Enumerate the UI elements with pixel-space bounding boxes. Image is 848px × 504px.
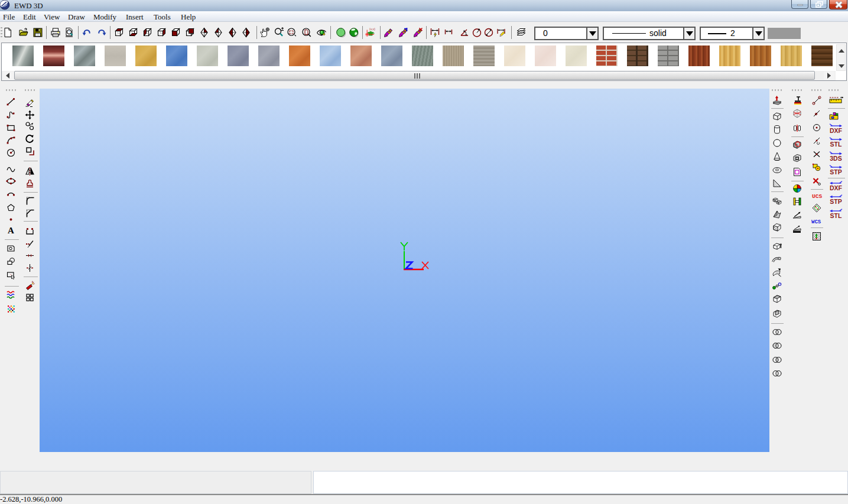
- svg-text:STP: STP: [830, 168, 841, 175]
- svg-text:STP: STP: [830, 198, 841, 205]
- svg-text:3DS: 3DS: [830, 155, 841, 162]
- svg-text:(u,v): (u,v): [369, 27, 375, 31]
- svg-text:STL: STL: [830, 212, 842, 219]
- svg-text:DXF: DXF: [830, 127, 843, 134]
- svg-text:A: A: [8, 226, 14, 235]
- svg-text:UCS: UCS: [812, 193, 822, 200]
- svg-text:STL: STL: [830, 141, 842, 148]
- svg-text:WCS: WCS: [811, 219, 821, 225]
- svg-text:DXF: DXF: [830, 184, 843, 191]
